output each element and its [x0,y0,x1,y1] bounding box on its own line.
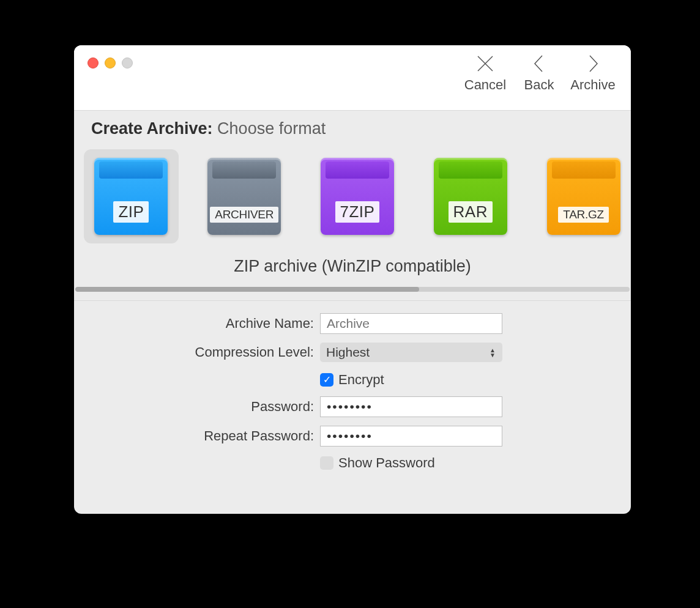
header-title: Create Archive: [91,119,213,138]
cancel-label: Cancel [464,77,506,93]
cancel-button[interactable]: Cancel [458,50,512,93]
titlebar: Cancel Back Archive [74,45,631,111]
format-7zip[interactable]: 7ZIP [310,149,405,243]
show-password-label: Show Password [338,455,435,471]
format-label: TAR.GZ [558,207,608,223]
checkbox-empty-icon [320,456,333,470]
format-label: ZIP [113,201,149,223]
format-selector: ZIP ARCHIVER 7ZIP RAR TAR.GZ [74,138,631,243]
archive-form: Archive Name: Compression Level: Highest… [74,301,631,473]
archive-name-input[interactable] [320,313,502,334]
format-label: RAR [449,201,493,223]
targz-folder-icon: TAR.GZ [547,158,620,235]
back-button[interactable]: Back [512,50,566,93]
format-archiver[interactable]: ARCHIVER [197,149,292,243]
format-description: ZIP archive (WinZIP compatible) [74,257,631,276]
compression-level-select[interactable]: Highest ▲▼ [320,343,502,362]
toolbar-buttons: Cancel Back Archive [458,50,620,93]
back-label: Back [524,77,554,93]
archive-name-label: Archive Name: [74,316,320,332]
format-label: ARCHIVER [210,207,278,223]
format-label: 7ZIP [335,201,380,223]
encrypt-checkbox[interactable]: ✓ Encrypt [320,372,384,388]
compression-level-value: Highest [326,345,370,360]
header: Create Archive: Choose format [74,111,631,138]
select-arrows-icon: ▲▼ [489,348,496,357]
create-archive-window: Cancel Back Archive Create Archive: Choo… [74,45,631,514]
zip-folder-icon: ZIP [94,158,168,235]
chevron-left-icon [526,50,553,77]
checkmark-icon: ✓ [320,373,333,387]
sevenzip-folder-icon: 7ZIP [321,158,394,235]
archiver-folder-icon: ARCHIVER [207,158,281,235]
repeat-password-input[interactable] [320,426,502,447]
rar-folder-icon: RAR [434,158,507,235]
password-input[interactable] [320,396,502,417]
progress-bar [75,287,630,292]
format-zip[interactable]: ZIP [84,149,179,243]
maximize-window-button[interactable] [122,57,133,69]
progress-fill [75,287,419,292]
minimize-window-button[interactable] [105,57,116,69]
archive-label: Archive [570,77,615,93]
repeat-password-label: Repeat Password: [74,428,320,444]
window-controls [88,57,133,69]
archive-button[interactable]: Archive [566,50,620,93]
header-subtitle: Choose format [217,119,326,138]
show-password-checkbox[interactable]: Show Password [320,455,435,471]
chevron-right-icon [579,50,606,77]
x-icon [472,50,499,77]
encrypt-label: Encrypt [338,372,384,388]
close-window-button[interactable] [88,57,99,69]
compression-level-label: Compression Level: [74,344,320,360]
format-targz[interactable]: TAR.GZ [536,149,631,243]
password-label: Password: [74,399,320,415]
format-rar[interactable]: RAR [423,149,518,243]
